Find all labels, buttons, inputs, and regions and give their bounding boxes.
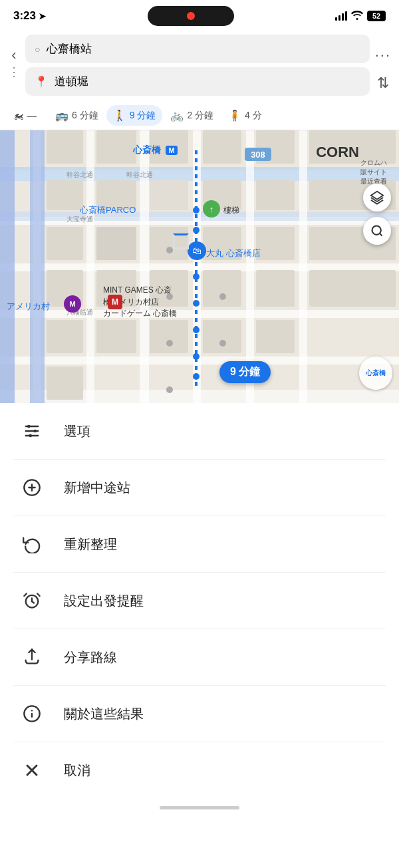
bike-icon: 🚲 <box>170 109 184 122</box>
tab-motorcycle[interactable]: 🏍 — <box>7 106 43 126</box>
red-marker: M <box>108 295 122 309</box>
location-arrow-icon: ➤ <box>39 11 46 21</box>
origin-input[interactable]: ○ 心齋橋站 <box>25 35 370 63</box>
svg-rect-19 <box>47 180 83 210</box>
battery-level: 52 <box>372 12 380 20</box>
daimaru-label: 大丸 心斎橋店 <box>206 247 261 259</box>
svg-rect-13 <box>193 130 201 403</box>
back-button[interactable]: ‹ <box>11 47 16 64</box>
shinsaibashi-station-label: 心斎橋 M <box>133 144 178 156</box>
wifi-icon <box>351 11 363 22</box>
about-label: 關於這些結果 <box>64 705 144 723</box>
svg-point-70 <box>372 226 381 235</box>
alarm-icon <box>20 589 44 613</box>
svg-rect-26 <box>96 227 136 260</box>
svg-point-55 <box>219 293 226 300</box>
walk-icon: 🚶 <box>113 109 126 122</box>
svg-rect-17 <box>30 130 45 403</box>
stairs-badge: ↑ <box>203 200 220 217</box>
svg-point-62 <box>193 327 200 333</box>
tab-walk-label: 9 分鐘 <box>130 110 156 122</box>
time-badge: 9 分鐘 <box>219 361 271 383</box>
share-route-label: 分享路線 <box>64 649 117 666</box>
menu-item-about[interactable]: 關於這些結果 <box>13 686 386 742</box>
purple-marker: M <box>64 295 81 313</box>
svg-point-61 <box>193 300 200 307</box>
search-circle-icon: ○ <box>35 44 40 55</box>
menu-item-cancel[interactable]: 取消 <box>13 742 386 798</box>
vertical-dots-icon: ⋮ <box>8 65 20 80</box>
destination-input[interactable]: 📍 道頓堀 <box>25 67 370 96</box>
svg-rect-43 <box>256 320 295 353</box>
options-label: 選項 <box>64 422 90 440</box>
status-bar: 3:23 ➤ 52 <box>0 0 399 29</box>
corn-sublabel: クロムハ販サイト最近查看 <box>360 158 387 186</box>
svg-line-71 <box>380 233 382 236</box>
share-icon <box>20 645 44 669</box>
svg-rect-41 <box>256 227 295 260</box>
menu-item-options[interactable]: 選項 <box>13 403 386 460</box>
status-right: 52 <box>335 11 386 22</box>
svg-point-57 <box>193 207 200 214</box>
recording-dot <box>187 12 195 20</box>
menu-item-reorganize[interactable]: 重新整理 <box>13 516 386 573</box>
layers-button[interactable] <box>363 184 391 212</box>
more-button[interactable]: ··· <box>375 47 391 64</box>
svg-text:308: 308 <box>251 150 265 160</box>
search-header: ‹ ⋮ ○ 心齋橋站 📍 道頓堀 ··· ⇅ <box>0 29 399 101</box>
tab-other[interactable]: 🧍 4 分 <box>221 105 269 126</box>
svg-rect-28 <box>96 320 136 353</box>
svg-rect-40 <box>256 180 295 210</box>
svg-rect-34 <box>203 130 241 164</box>
svg-point-63 <box>193 353 200 360</box>
home-indicator <box>0 798 399 815</box>
other-icon: 🧍 <box>228 109 241 122</box>
svg-text:大宝寺通: 大宝寺通 <box>66 216 93 223</box>
close-icon <box>20 758 44 782</box>
status-time: 3:23 ➤ <box>13 9 46 23</box>
reorganize-label: 重新整理 <box>64 535 117 553</box>
menu-item-set-reminder[interactable]: 設定出發提醒 <box>13 573 386 629</box>
svg-point-75 <box>27 425 31 428</box>
bottom-menu: 選項 新增中途站 重新整理 <box>0 403 399 798</box>
map-search-button[interactable] <box>363 217 391 245</box>
info-circle-icon <box>20 702 44 726</box>
tab-bike[interactable]: 🚲 2 分鐘 <box>164 105 220 126</box>
dynamic-island <box>148 6 234 26</box>
svg-rect-33 <box>150 320 188 353</box>
signal-icon <box>335 11 347 21</box>
america-mura-label: アメリカ村 <box>7 300 50 313</box>
swap-button[interactable]: ⇅ <box>377 74 389 92</box>
set-reminder-label: 設定出發提醒 <box>64 592 144 610</box>
svg-point-56 <box>219 340 226 347</box>
svg-point-60 <box>193 273 200 280</box>
svg-rect-42 <box>256 270 295 307</box>
svg-rect-16 <box>0 130 15 403</box>
tab-transit[interactable]: 🚌 6 分鐘 <box>49 105 105 126</box>
destination-text: 道頓堀 <box>55 74 88 89</box>
home-bar <box>160 806 239 809</box>
menu-item-share-route[interactable]: 分享路線 <box>13 629 386 686</box>
station-mini-badge: 心斎橋 <box>359 357 392 390</box>
svg-point-53 <box>166 340 173 347</box>
svg-rect-23 <box>47 366 83 400</box>
add-waypoint-label: 新增中途站 <box>64 479 130 497</box>
tab-walk[interactable]: 🚶 9 分鐘 <box>106 105 163 126</box>
svg-point-54 <box>166 386 173 393</box>
transit-icon: 🚌 <box>55 109 68 122</box>
origin-text: 心齋橋站 <box>47 41 92 57</box>
menu-item-add-waypoint[interactable]: 新增中途站 <box>13 460 386 516</box>
tab-other-label: 4 分 <box>245 110 262 122</box>
svg-rect-38 <box>203 320 241 353</box>
svg-rect-20 <box>47 227 83 260</box>
map-area[interactable]: 308 幹谷北通 幹谷北通 大宝寺通 八幡筋通 CORN クロムハ販サイト最近查… <box>0 130 399 403</box>
svg-rect-22 <box>47 320 83 353</box>
svg-point-64 <box>193 373 200 380</box>
tab-transit-label: 6 分鐘 <box>72 110 98 122</box>
svg-text:幹谷北通: 幹谷北通 <box>126 171 153 178</box>
svg-point-77 <box>29 434 32 438</box>
loading-spinner <box>173 233 189 249</box>
refresh-icon <box>20 532 44 556</box>
svg-line-83 <box>32 601 34 603</box>
svg-text:幹谷北通: 幹谷北通 <box>66 171 93 178</box>
